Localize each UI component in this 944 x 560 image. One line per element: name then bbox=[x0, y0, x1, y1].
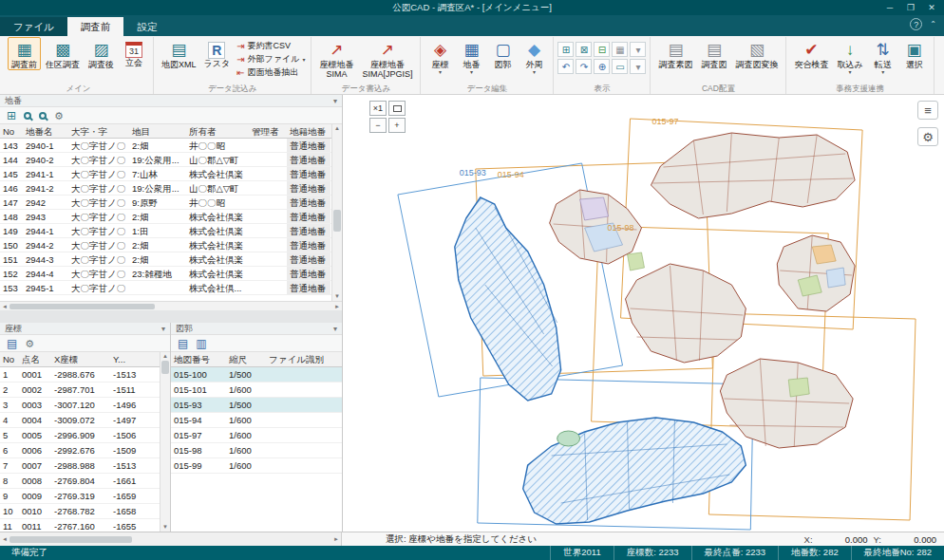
ribbon-button[interactable]: ▤ 調査図 bbox=[697, 37, 730, 70]
ribbon-tab[interactable]: 調査前 bbox=[67, 17, 124, 36]
table-row[interactable]: 6 0006 -2992.676 -1509 bbox=[0, 443, 170, 458]
view-tool-button[interactable]: ⊕ bbox=[594, 59, 610, 74]
maximize-button[interactable]: ❐ bbox=[900, 0, 921, 15]
ribbon-small-button[interactable]: ⇥ 要約書CSV bbox=[236, 40, 305, 52]
table-row[interactable]: 147 2942 大〇字甘ノ〇 9:原野 井〇〇昭 普通地番 bbox=[0, 196, 342, 210]
table-row[interactable]: 151 2944-3 大〇字甘ノ〇 2:畑 株式会社倶楽 普通地番 bbox=[0, 252, 342, 267]
table-row[interactable]: 1 0001 -2988.676 -1513 bbox=[0, 367, 170, 383]
table-row[interactable]: 015-94 1/600 bbox=[171, 413, 342, 428]
zoom-1x-button[interactable]: ×1 bbox=[369, 101, 387, 116]
document-icon[interactable]: ▤ bbox=[178, 338, 188, 349]
scroll-left-icon[interactable]: ◄ bbox=[2, 536, 8, 542]
table-row[interactable]: 153 2945-1 大〇字甘ノ〇 株式会社倶... 普通地番 bbox=[0, 281, 342, 295]
map-menu-button[interactable]: ≡ bbox=[917, 101, 938, 120]
table-refresh-icon[interactable]: ⊞ bbox=[7, 110, 16, 121]
close-button[interactable]: ✕ bbox=[921, 0, 942, 15]
document-icon[interactable]: ▤ bbox=[7, 338, 17, 349]
collapse-icon[interactable]: ▾ bbox=[333, 325, 337, 333]
table-row[interactable]: 146 2941-2 大〇字甘ノ〇 19:公衆用... 山〇郡△▽町 普通地番 bbox=[0, 181, 342, 196]
table-row[interactable]: 015-100 1/500 bbox=[171, 367, 342, 383]
ribbon-button[interactable]: ▣ 選択 bbox=[899, 37, 930, 70]
table-row[interactable]: 7 0007 -2988.988 -1513 bbox=[0, 458, 170, 474]
ribbon-button[interactable]: ▨ 調査後 bbox=[85, 37, 118, 70]
table-row[interactable]: 5 0005 -2996.909 -1506 bbox=[0, 428, 170, 443]
ribbon-button[interactable]: ▤ 調査素図 bbox=[654, 37, 696, 70]
view-tool-button[interactable]: ⊠ bbox=[576, 42, 592, 57]
left-horizontal-scrollbar[interactable]: ◄ ► bbox=[0, 532, 342, 546]
ribbon-collapse-icon[interactable]: ⌃ bbox=[930, 20, 936, 28]
ribbon-small-button[interactable]: ⇤ 図面地番抽出 bbox=[236, 66, 305, 79]
scroll-right-icon[interactable]: ► bbox=[333, 536, 339, 542]
zoom-search-icon[interactable] bbox=[39, 112, 47, 120]
table-row[interactable]: 2 0002 -2987.701 -1511 bbox=[0, 383, 170, 398]
view-tool-button[interactable]: ↷ bbox=[576, 59, 592, 74]
table-row[interactable]: 4 0004 -3009.072 -1497 bbox=[0, 413, 170, 428]
table-row[interactable]: 015-97 1/600 bbox=[171, 428, 342, 443]
scroll-up-icon[interactable]: ▲ bbox=[334, 124, 340, 133]
zoom-in-button[interactable]: + bbox=[388, 118, 406, 133]
ribbon-tab[interactable]: ファイル bbox=[0, 17, 67, 36]
table-row[interactable]: 150 2944-2 大〇字甘ノ〇 2:畑 株式会社倶楽 普通地番 bbox=[0, 238, 342, 252]
search-icon[interactable] bbox=[24, 112, 31, 120]
ribbon-button[interactable]: ▤ 地図XML bbox=[158, 37, 200, 70]
ribbon-button[interactable]: 31 立会 bbox=[119, 37, 149, 68]
parcel-vertical-scrollbar[interactable]: ▲ ▼ bbox=[331, 124, 342, 301]
scroll-up-icon[interactable]: ▲ bbox=[162, 352, 168, 361]
view-tool-button[interactable]: ▭ bbox=[612, 59, 628, 74]
table-row[interactable]: 148 2943 大〇字甘ノ〇 2:畑 株式会社倶楽 普通地番 bbox=[0, 210, 342, 224]
ribbon-button[interactable]: ▧ 調査図変換 bbox=[731, 37, 782, 70]
zoom-fit-button[interactable] bbox=[388, 101, 406, 116]
ribbon-button[interactable]: ▢ 図郭 bbox=[487, 37, 518, 70]
settings-icon[interactable]: ⚙ bbox=[54, 110, 64, 121]
ribbon-button[interactable]: ▩ 住区調査 bbox=[42, 37, 84, 70]
collapse-icon[interactable]: ▾ bbox=[333, 97, 337, 105]
view-tool-button[interactable]: ⊞ bbox=[557, 42, 574, 57]
collapse-icon[interactable]: ▾ bbox=[161, 325, 165, 333]
ribbon-button[interactable]: ◈ 座標 ▾ bbox=[425, 37, 455, 76]
ribbon-small-button[interactable]: ⇥ 外部ファイル ▾ bbox=[236, 53, 305, 65]
table-row[interactable]: 143 2940-1 大〇字甘ノ〇 2:畑 井〇〇昭 普通地番 bbox=[0, 139, 342, 153]
ribbon-button[interactable]: ▦ 調査前 bbox=[8, 37, 41, 70]
view-tool-button[interactable]: ▦ bbox=[612, 42, 628, 57]
ribbon-tab[interactable]: 設定 bbox=[123, 17, 170, 36]
map-canvas[interactable]: 015-97 015-94 015-93 015-98 ×1 − + ≡ ⚙ bbox=[342, 95, 944, 532]
ribbon-button[interactable]: R ラスタ bbox=[200, 37, 235, 70]
settings-icon[interactable]: ⚙ bbox=[25, 338, 34, 349]
view-tool-button[interactable]: ↶ bbox=[557, 59, 574, 74]
table-row[interactable]: 8 0008 -2769.804 -1661 bbox=[0, 474, 170, 489]
zoom-out-button[interactable]: − bbox=[369, 118, 387, 133]
table-row[interactable]: 015-99 1/600 bbox=[171, 458, 342, 474]
ribbon-button[interactable]: ↗ 座標地番 SIMA bbox=[315, 37, 357, 80]
table-row[interactable]: 3 0003 -3007.120 -1496 bbox=[0, 398, 170, 413]
ribbon-button[interactable]: ↓ 取込み ▾ bbox=[833, 37, 866, 76]
scroll-right-icon[interactable]: ► bbox=[334, 304, 340, 309]
table-row[interactable]: 149 2944-1 大〇字甘ノ〇 1:田 株式会社倶楽 普通地番 bbox=[0, 224, 342, 238]
table-row[interactable]: 015-98 1/600 bbox=[171, 443, 342, 458]
ribbon-button[interactable]: ▦ 地番 ▾ bbox=[456, 37, 486, 76]
table-row[interactable]: 144 2940-2 大〇字甘ノ〇 19:公衆用... 山〇郡△▽町 普通地番 bbox=[0, 153, 342, 167]
view-tool-button[interactable]: ▾ bbox=[630, 59, 646, 74]
ribbon-button[interactable]: ✔ 突合検査 bbox=[790, 37, 832, 70]
ribbon-button[interactable]: ↗ 座標地番 SIMA[JPGIS] bbox=[358, 37, 416, 80]
table-row[interactable]: 015-101 1/600 bbox=[171, 383, 342, 398]
table-row[interactable]: 152 2944-4 大〇字甘ノ〇 23:雑種地 株式会社倶楽 普通地番 bbox=[0, 267, 342, 281]
view-tool-button[interactable]: ▾ bbox=[630, 42, 646, 57]
ribbon-button[interactable]: ◆ 外周 ▾ bbox=[519, 37, 549, 76]
help-icon[interactable]: ? bbox=[910, 18, 922, 30]
table-row[interactable]: 145 2941-1 大〇字甘ノ〇 7:山林 株式会社倶楽 普通地番 bbox=[0, 167, 342, 181]
export-sheet-icon[interactable]: ▥ bbox=[196, 338, 206, 349]
view-tool-button[interactable]: ⊟ bbox=[594, 42, 610, 57]
table-row[interactable]: 9 0009 -2769.319 -1659 bbox=[0, 489, 170, 504]
table-row[interactable]: 11 0011 -2767.160 -1655 bbox=[0, 519, 170, 532]
table-row[interactable]: 10 0010 -2768.782 -1658 bbox=[0, 504, 170, 519]
scroll-left-icon[interactable]: ◄ bbox=[2, 304, 8, 309]
table-row[interactable]: 015-93 1/500 bbox=[171, 398, 342, 413]
minimize-button[interactable]: ─ bbox=[879, 0, 900, 15]
scroll-down-icon[interactable]: ▼ bbox=[334, 292, 340, 301]
parcel-horizontal-scrollbar[interactable]: ◄ ► bbox=[0, 301, 342, 310]
map-settings-button[interactable]: ⚙ bbox=[917, 127, 938, 146]
ribbon-button[interactable]: ⇅ 転送 ▾ bbox=[868, 37, 898, 76]
scroll-down-icon[interactable]: ▼ bbox=[162, 523, 168, 532]
col-owner: 所有者 bbox=[186, 124, 249, 138]
coordinate-vertical-scrollbar[interactable]: ▲ ▼ bbox=[160, 352, 170, 532]
